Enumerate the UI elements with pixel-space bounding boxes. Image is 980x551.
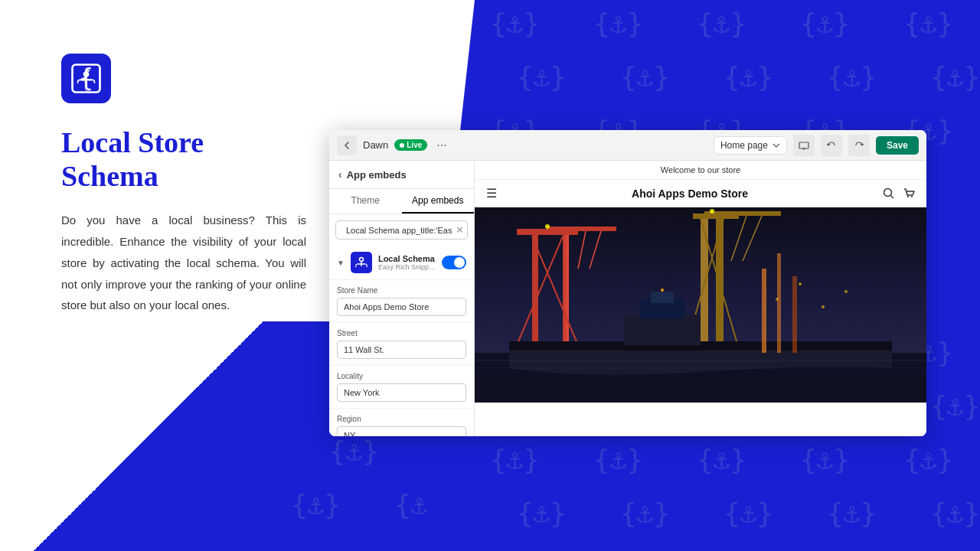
theme-name: Dawn bbox=[363, 139, 388, 151]
field-input-street[interactable] bbox=[337, 341, 466, 359]
svg-point-42 bbox=[710, 209, 714, 214]
collapse-arrow-icon[interactable]: ▼ bbox=[337, 259, 345, 267]
search-wrapper: ✕ bbox=[335, 220, 468, 240]
store-welcome-bar: Welcome to our store bbox=[475, 161, 926, 180]
svg-rect-40 bbox=[651, 292, 674, 303]
toggle-switch[interactable] bbox=[442, 256, 466, 269]
svg-rect-7 bbox=[799, 142, 808, 148]
device-button[interactable] bbox=[793, 135, 815, 156]
search-input[interactable] bbox=[346, 226, 452, 235]
cart-icon[interactable] bbox=[903, 187, 915, 200]
store-name: Ahoi Apps Demo Store bbox=[632, 187, 748, 200]
undo-button[interactable] bbox=[821, 135, 842, 156]
live-badge: Live bbox=[394, 139, 427, 151]
page-title: Local Store Schema bbox=[61, 126, 306, 193]
more-options-button[interactable]: ··· bbox=[433, 139, 449, 152]
svg-line-16 bbox=[891, 195, 894, 198]
svg-point-45 bbox=[799, 282, 802, 285]
field-label-store-name: Store Name bbox=[337, 286, 466, 295]
svg-rect-34 bbox=[704, 211, 781, 216]
tabs-row: Theme App embeds bbox=[329, 189, 474, 214]
save-button[interactable]: Save bbox=[876, 136, 919, 155]
field-input-region[interactable] bbox=[337, 426, 466, 436]
store-hero bbox=[475, 207, 926, 403]
svg-rect-21 bbox=[563, 230, 569, 353]
embed-info: Local Schema Easy Rich Snippets for SEO bbox=[378, 254, 436, 271]
store-nav: ☰ Ahoi Apps Demo Store bbox=[475, 180, 926, 207]
svg-rect-49 bbox=[777, 253, 781, 353]
page-selector[interactable]: Home page bbox=[714, 136, 787, 155]
hamburger-icon[interactable]: ☰ bbox=[486, 186, 497, 201]
svg-rect-50 bbox=[792, 276, 797, 353]
editor-ui: Dawn Live ··· Home page Save bbox=[329, 130, 926, 436]
field-input-store-name[interactable] bbox=[337, 298, 466, 316]
svg-point-43 bbox=[661, 289, 664, 292]
back-button[interactable] bbox=[337, 135, 357, 155]
svg-rect-48 bbox=[762, 269, 766, 353]
svg-point-46 bbox=[822, 305, 825, 308]
field-label-region: Region bbox=[337, 415, 466, 423]
svg-point-17 bbox=[907, 196, 909, 197]
svg-point-41 bbox=[545, 224, 550, 229]
field-label-street: Street bbox=[337, 329, 466, 337]
field-store-name: Store Name bbox=[329, 280, 474, 323]
svg-rect-26 bbox=[547, 227, 616, 231]
svg-point-15 bbox=[884, 188, 892, 196]
logo-box: { { bbox=[61, 54, 111, 103]
svg-point-18 bbox=[911, 196, 913, 197]
logo-icon: { { bbox=[69, 61, 103, 96]
preview-inner: Welcome to our store ☰ Ahoi Apps Demo St… bbox=[475, 161, 926, 436]
field-region: Region bbox=[329, 409, 474, 436]
embed-name: Local Schema bbox=[378, 254, 436, 263]
field-locality: Locality bbox=[329, 366, 474, 409]
tab-theme[interactable]: Theme bbox=[329, 189, 402, 214]
field-street: Street bbox=[329, 323, 474, 366]
live-dot bbox=[400, 143, 404, 148]
tab-app-embeds[interactable]: App embeds bbox=[402, 189, 475, 214]
embed-logo bbox=[351, 252, 372, 273]
editor-body: ‹ App embeds Theme App embeds ✕ ▼ bbox=[329, 161, 926, 436]
search-clear-button[interactable]: ✕ bbox=[456, 224, 464, 236]
field-input-locality[interactable] bbox=[337, 383, 466, 402]
svg-point-47 bbox=[844, 290, 848, 293]
left-content: { { Local Store Schema Do you have a loc… bbox=[0, 0, 329, 551]
editor-topbar: Dawn Live ··· Home page Save bbox=[329, 130, 926, 161]
svg-rect-38 bbox=[624, 315, 701, 345]
editor-preview: Welcome to our store ☰ Ahoi Apps Demo St… bbox=[475, 161, 926, 436]
hero-image bbox=[475, 207, 926, 403]
redo-button[interactable] bbox=[848, 135, 870, 156]
page-description: Do you have a local business? This is in… bbox=[61, 210, 306, 316]
embed-sub: Easy Rich Snippets for SEO bbox=[378, 263, 436, 271]
search-icon[interactable] bbox=[883, 187, 895, 200]
field-label-locality: Locality bbox=[337, 372, 466, 380]
panel-back-arrow[interactable]: ‹ bbox=[338, 168, 342, 181]
search-row: ✕ bbox=[329, 214, 474, 246]
editor-left-panel: ‹ App embeds Theme App embeds ✕ ▼ bbox=[329, 161, 475, 436]
store-icons bbox=[883, 187, 915, 200]
toggle-thumb bbox=[454, 257, 465, 268]
embed-item-row: ▼ Local Schema Easy Rich Snippets for SE… bbox=[329, 246, 474, 280]
svg-point-12 bbox=[359, 258, 363, 262]
panel-header: ‹ App embeds bbox=[329, 161, 474, 189]
